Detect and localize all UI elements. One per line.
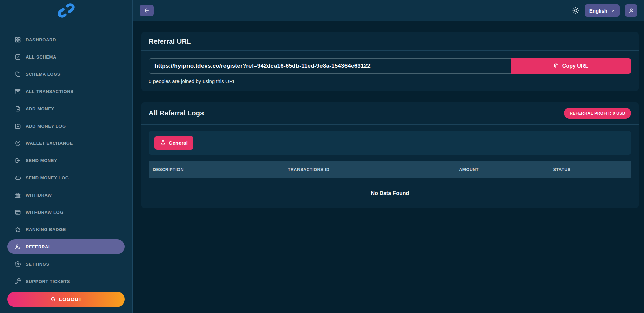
referral-logs-card-header: All Referral Logs REFERRAL PROFIT: 0 USD	[141, 102, 639, 125]
referral-url-input[interactable]	[149, 58, 511, 74]
general-filter-button[interactable]: General	[154, 136, 193, 150]
logs-filter-panel: General	[149, 131, 631, 155]
copy-url-label: Copy URL	[562, 63, 588, 69]
sidebar-item-label: DASHBOARD	[26, 37, 56, 42]
topbar: English	[133, 0, 644, 21]
sidebar-item-wallet-exchange[interactable]: WALLET EXCHANGE	[7, 136, 125, 151]
logout-button[interactable]: LOGOUT	[7, 292, 125, 307]
sidebar-item-label: SETTINGS	[26, 262, 49, 267]
sitemap-icon	[160, 140, 166, 146]
column-header-transactions-id: TRANSACTIONS ID	[284, 167, 455, 172]
joined-note: 0 peoples are joined by using this URL	[149, 78, 631, 84]
sidebar-item-referral[interactable]: REFERRAL	[7, 239, 125, 254]
sidebar-nav: DASHBOARD ALL SCHEMA SCHEMA LOGS ALL TRA…	[0, 21, 132, 288]
column-header-status: STATUS	[549, 167, 631, 172]
topbar-right-controls: English	[572, 4, 637, 17]
wrench-icon	[15, 278, 26, 285]
sidebar-item-label: ALL TRANSACTIONS	[26, 89, 74, 94]
sidebar-item-ranking-badge[interactable]: RANKING BADGE	[7, 222, 125, 237]
general-filter-label: General	[169, 140, 188, 146]
sidebar-item-label: SEND MONEY LOG	[26, 175, 69, 180]
theme-toggle-button[interactable]	[572, 7, 579, 14]
copy-url-button[interactable]: Copy URL	[511, 58, 631, 74]
file-plus-icon	[15, 106, 26, 112]
logout-icon	[50, 296, 56, 302]
page-content: Referral URL Copy URL 0 peoples are join…	[133, 21, 644, 313]
brand-logo-icon[interactable]	[57, 3, 76, 18]
bank-icon	[15, 192, 26, 198]
referral-url-title: Referral URL	[149, 38, 191, 45]
sidebar-item-support-tickets[interactable]: SUPPORT TICKETS	[7, 274, 125, 288]
sidebar-item-add-money-log[interactable]: ADD MONEY LOG	[7, 118, 125, 133]
column-header-description: DESCRIPTION	[149, 167, 284, 172]
chevron-down-icon	[611, 8, 615, 13]
folder-plus-icon	[15, 123, 26, 129]
sidebar-header	[0, 0, 132, 21]
sidebar-item-label: RANKING BADGE	[26, 227, 66, 232]
referral-logs-card: All Referral Logs REFERRAL PROFIT: 0 USD…	[141, 102, 639, 208]
user-plus-icon	[15, 244, 26, 250]
main-area: English Referral URL	[133, 0, 644, 313]
sidebar-item-withdraw[interactable]: WITHDRAW	[7, 187, 125, 202]
referral-url-card: Referral URL Copy URL 0 peoples are join…	[141, 32, 639, 91]
sidebar-item-label: ADD MONEY LOG	[26, 124, 66, 129]
sidebar-item-withdraw-log[interactable]: WITHDRAW LOG	[7, 205, 125, 220]
sidebar: DASHBOARD ALL SCHEMA SCHEMA LOGS ALL TRA…	[0, 0, 133, 313]
column-header-amount: AMOUNT	[455, 167, 549, 172]
table-empty-message: No Data Found	[149, 178, 631, 208]
sidebar-item-all-transactions[interactable]: ALL TRANSACTIONS	[7, 84, 125, 99]
star-icon	[15, 226, 26, 233]
copy-icon	[554, 63, 559, 69]
sidebar-item-label: SEND MONEY	[26, 158, 57, 163]
sidebar-item-label: WITHDRAW	[26, 193, 52, 198]
referral-url-card-body: Copy URL 0 peoples are joined by using t…	[141, 51, 639, 91]
sidebar-item-label: WITHDRAW LOG	[26, 210, 64, 215]
referral-url-card-header: Referral URL	[141, 32, 639, 51]
card-gap	[141, 91, 639, 102]
sun-icon	[572, 7, 579, 14]
referral-profit-badge: REFERRAL PROFIT: 0 USD	[564, 108, 631, 119]
arrow-left-icon	[144, 7, 150, 14]
sidebar-item-label: ADD MONEY	[26, 106, 54, 111]
referral-url-group: Copy URL	[149, 58, 631, 74]
language-dropdown[interactable]: English	[585, 4, 620, 17]
referral-logs-card-body: General DESCRIPTION TRANSACTIONS ID AMOU…	[141, 125, 639, 208]
logout-label: LOGOUT	[59, 296, 82, 302]
table-header-row: DESCRIPTION TRANSACTIONS ID AMOUNT STATU…	[149, 161, 631, 178]
cloud-icon	[15, 175, 26, 181]
referral-logs-title: All Referral Logs	[149, 109, 204, 117]
sidebar-item-add-money[interactable]: ADD MONEY	[7, 101, 125, 116]
sidebar-item-label: SUPPORT TICKETS	[26, 279, 70, 284]
sidebar-item-schema-logs[interactable]: SCHEMA LOGS	[7, 67, 125, 82]
sidebar-item-all-schema[interactable]: ALL SCHEMA	[7, 49, 125, 64]
archive-icon	[15, 88, 26, 95]
app-root: DASHBOARD ALL SCHEMA SCHEMA LOGS ALL TRA…	[0, 0, 644, 313]
sidebar-item-label: REFERRAL	[26, 244, 51, 249]
sidebar-item-label: SCHEMA LOGS	[26, 72, 61, 77]
sidebar-item-send-money[interactable]: SEND MONEY	[7, 153, 125, 168]
sidebar-item-settings[interactable]: SETTINGS	[7, 256, 125, 271]
back-button[interactable]	[140, 5, 154, 16]
language-label: English	[589, 8, 607, 14]
user-menu-button[interactable]	[625, 4, 637, 17]
sidebar-item-label: ALL SCHEMA	[26, 54, 56, 60]
sidebar-item-send-money-log[interactable]: SEND MONEY LOG	[7, 170, 125, 185]
user-icon	[628, 8, 634, 14]
check-square-icon	[15, 54, 26, 60]
send-arrow-icon	[15, 157, 26, 164]
copy-pages-icon	[15, 71, 26, 77]
sidebar-item-label: WALLET EXCHANGE	[26, 141, 73, 146]
dashboard-icon	[15, 37, 26, 43]
credit-card-icon	[15, 209, 26, 216]
referral-logs-table: DESCRIPTION TRANSACTIONS ID AMOUNT STATU…	[149, 161, 631, 208]
sidebar-item-dashboard[interactable]: DASHBOARD	[7, 32, 125, 47]
exchange-refresh-icon	[15, 140, 26, 147]
gear-icon	[15, 261, 26, 267]
